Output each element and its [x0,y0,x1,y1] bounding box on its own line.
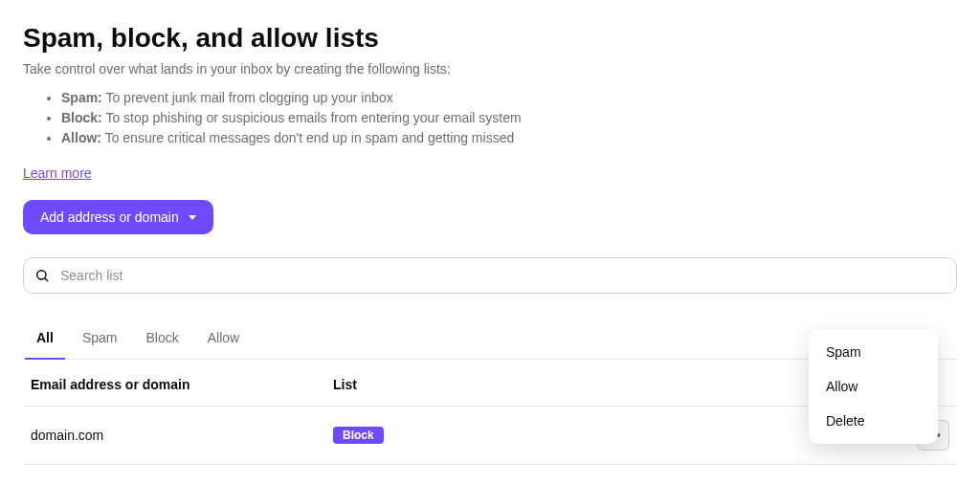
page-title: Spam, block, and allow lists [23,23,957,54]
tab-spam[interactable]: Spam [82,320,118,359]
list-item: Allow: To ensure critical messages don't… [61,128,957,148]
search-icon [34,268,50,283]
row-address: domain.com [31,428,333,443]
page-subtitle: Take control over what lands in your inb… [23,61,957,77]
column-header-list: List [333,377,357,392]
context-menu-item-delete[interactable]: Delete [809,404,938,438]
list-badge: Block [333,427,384,444]
search-input[interactable] [23,257,957,294]
list-item: Spam: To prevent junk mail from clogging… [61,88,957,108]
row-list-cell: Block [333,427,384,444]
caret-down-icon [189,215,196,220]
tab-allow[interactable]: Allow [208,320,239,359]
tab-all[interactable]: All [36,320,54,359]
context-menu-item-spam[interactable]: Spam [809,335,938,369]
add-address-button[interactable]: Add address or domain [23,200,213,234]
svg-point-0 [37,271,46,279]
search-wrapper [23,257,957,294]
context-menu-item-allow[interactable]: Allow [809,369,938,404]
tab-block[interactable]: Block [145,320,178,359]
svg-line-1 [45,278,48,281]
column-header-address: Email address or domain [31,377,333,392]
learn-more-link[interactable]: Learn more [23,165,92,181]
list-item: Block: To stop phishing or suspicious em… [61,108,957,128]
add-address-label: Add address or domain [40,209,179,225]
row-context-menu: Spam Allow Delete [809,329,938,444]
description-list: Spam: To prevent junk mail from clogging… [23,88,957,148]
